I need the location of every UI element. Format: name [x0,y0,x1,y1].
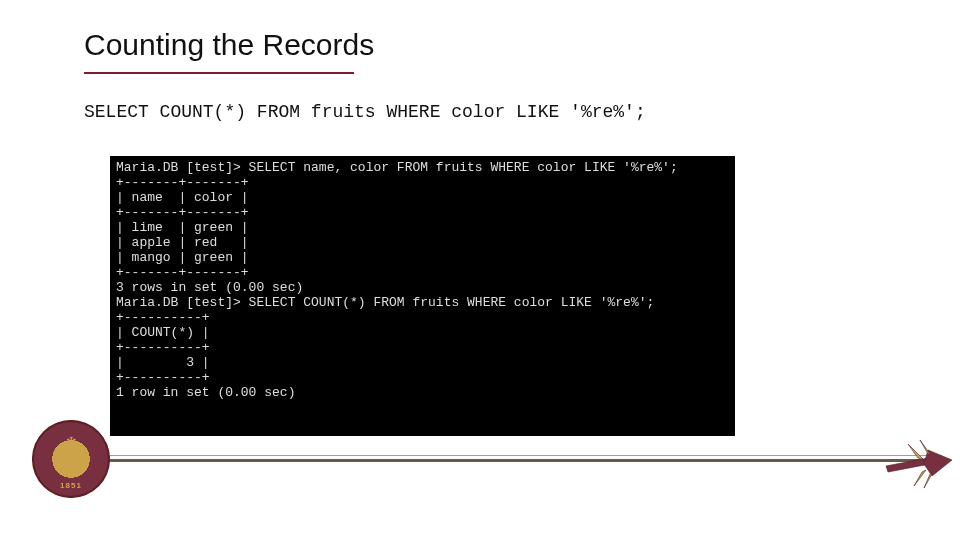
terminal-line: 1 row in set (0.00 sec) [116,385,729,400]
terminal-line: | lime | green | [116,220,729,235]
terminal-line: +----------+ [116,310,729,325]
university-seal-icon: ♆ [32,420,110,498]
terminal-line: +-------+-------+ [116,205,729,220]
title-underline [84,72,354,74]
sql-query-text: SELECT COUNT(*) FROM fruits WHERE color … [84,102,646,122]
terminal-line: | 3 | [116,355,729,370]
torches-icon: ♆ [32,434,110,450]
slide: Counting the Records SELECT COUNT(*) FRO… [0,0,960,540]
footer-divider [108,459,942,462]
terminal-line: | mango | green | [116,250,729,265]
slide-title: Counting the Records [84,28,374,62]
terminal-line: +----------+ [116,370,729,385]
terminal-screenshot: Maria.DB [test]> SELECT name, color FROM… [110,156,735,436]
terminal-line: | COUNT(*) | [116,325,729,340]
terminal-line: | apple | red | [116,235,729,250]
terminal-line: +----------+ [116,340,729,355]
terminal-line: +-------+-------+ [116,175,729,190]
terminal-line: 3 rows in set (0.00 sec) [116,280,729,295]
spear-icon [884,430,954,494]
terminal-line: Maria.DB [test]> SELECT name, color FROM… [116,160,729,175]
terminal-line: | name | color | [116,190,729,205]
terminal-line: Maria.DB [test]> SELECT COUNT(*) FROM fr… [116,295,729,310]
terminal-line: +-------+-------+ [116,265,729,280]
